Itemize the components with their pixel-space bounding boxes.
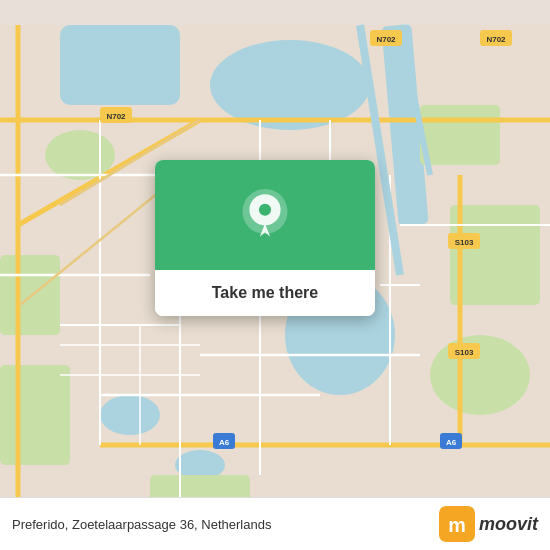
svg-rect-9 <box>420 105 500 165</box>
moovit-brand-text: moovit <box>479 514 538 535</box>
svg-text:N702: N702 <box>486 35 506 44</box>
footer-info: Preferido, Zoetelaarpassage 36, Netherla… <box>12 517 271 532</box>
location-card: Take me there <box>155 160 375 316</box>
map-container: N702 N702 N702 S103 S103 A6 A6 © OpenStr… <box>0 0 550 550</box>
take-me-there-button[interactable]: Take me there <box>155 270 375 316</box>
footer: Preferido, Zoetelaarpassage 36, Netherla… <box>0 497 550 550</box>
svg-rect-12 <box>0 365 70 465</box>
svg-point-5 <box>100 395 160 435</box>
svg-text:S103: S103 <box>455 238 474 247</box>
svg-text:m: m <box>448 514 466 536</box>
svg-text:A6: A6 <box>219 438 230 447</box>
svg-point-2 <box>210 40 370 130</box>
svg-point-56 <box>259 204 271 216</box>
svg-text:S103: S103 <box>455 348 474 357</box>
svg-text:A6: A6 <box>446 438 457 447</box>
card-green-section <box>155 160 375 270</box>
svg-text:N702: N702 <box>376 35 396 44</box>
svg-rect-10 <box>450 205 540 305</box>
svg-text:N702: N702 <box>106 112 126 121</box>
svg-rect-3 <box>60 25 180 105</box>
svg-rect-8 <box>0 255 60 335</box>
pin-icon <box>239 189 291 241</box>
location-address: Preferido, Zoetelaarpassage 36, Netherla… <box>12 517 271 532</box>
moovit-logo: m moovit <box>439 506 538 542</box>
moovit-m-icon: m <box>439 506 475 542</box>
